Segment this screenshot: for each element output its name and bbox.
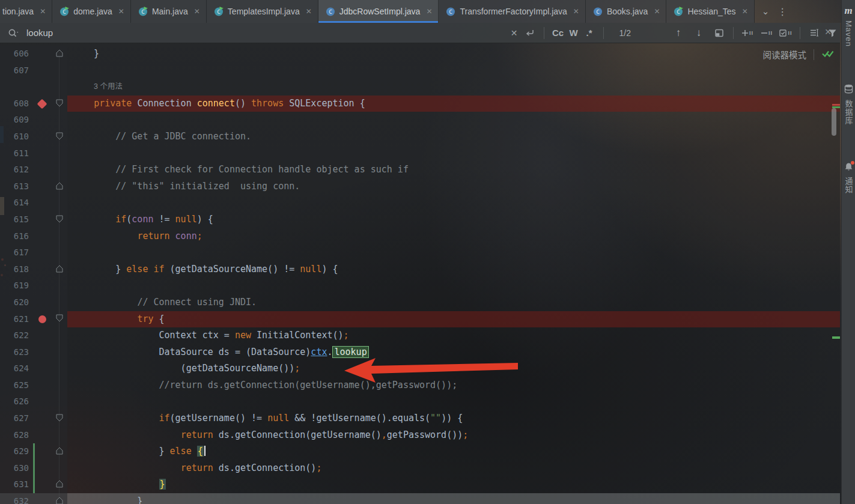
close-tab-icon[interactable]: ✕: [654, 7, 660, 16]
close-tab-icon[interactable]: ✕: [194, 7, 200, 16]
editor-tab-templatesimpl-java[interactable]: C TemplatesImpl.java✕: [207, 0, 318, 23]
match-case-toggle[interactable]: Cc: [550, 26, 566, 40]
breakpoint-gutter[interactable]: [32, 162, 52, 178]
breakpoint-gutter[interactable]: [32, 145, 52, 162]
fold-marker-icon[interactable]: [56, 496, 63, 504]
hidden-tabs-chevron-icon[interactable]: ⌄: [762, 6, 770, 17]
breakpoint-gutter[interactable]: [32, 195, 52, 211]
regex-toggle[interactable]: .*: [582, 26, 597, 40]
fold-marker-icon[interactable]: [56, 99, 63, 109]
breakpoint-gutter[interactable]: [32, 278, 52, 294]
right-tool-window-bar: m Maven 数据库 通知: [841, 0, 855, 504]
fold-marker-icon[interactable]: [56, 314, 63, 324]
code-line: // Get a JDBC connection.: [72, 129, 840, 145]
editor-tab-hessian_tes[interactable]: C Hessian_Tes✕: [666, 0, 754, 23]
code-line: }: [72, 46, 840, 62]
tool-window-button-数据库[interactable]: 数据库: [843, 84, 854, 125]
editor-tab-transformerfactoryimpl-java[interactable]: C TransformerFactoryImpl.java✕: [439, 0, 585, 23]
line-number: 624: [0, 360, 32, 377]
code-row-611: 611: [0, 145, 840, 162]
breakpoint-gutter[interactable]: [32, 96, 52, 112]
fold-marker-icon[interactable]: [56, 446, 63, 457]
vcs-change-marker[interactable]: [33, 460, 35, 477]
usages-inlay-hint[interactable]: 3 个用法: [72, 82, 123, 91]
breakpoint-gutter[interactable]: [32, 344, 52, 361]
vcs-change-marker[interactable]: [33, 443, 35, 460]
fold-marker-icon[interactable]: [56, 49, 63, 59]
line-breakpoint-icon[interactable]: [38, 315, 46, 323]
code-row-610: 610 // Get a JDBC connection.: [0, 129, 840, 145]
close-tab-icon[interactable]: ✕: [573, 7, 579, 16]
tool-window-button-通知[interactable]: 通知: [843, 162, 854, 194]
vcs-change-marker[interactable]: [33, 476, 35, 493]
fold-marker-icon[interactable]: [56, 264, 63, 275]
words-toggle[interactable]: W: [566, 26, 582, 40]
breakpoint-gutter[interactable]: [32, 443, 52, 460]
breakpoint-gutter[interactable]: [32, 427, 52, 444]
breakpoint-gutter[interactable]: [32, 410, 52, 427]
ide-window: tion.java✕ C dome.java✕ C Main.java✕ C T…: [0, 0, 855, 504]
breakpoint-gutter[interactable]: [32, 211, 52, 228]
editor-tab-books-java[interactable]: C Books.java✕: [586, 0, 667, 23]
class-file-icon: C: [326, 7, 335, 16]
tab-options-kebab-icon[interactable]: ⋮: [777, 6, 787, 17]
editor-tab-jdbcrowsetimpl-java[interactable]: C JdbcRowSetImpl.java✕: [318, 0, 439, 23]
close-tab-icon[interactable]: ✕: [306, 7, 312, 16]
method-breakpoint-icon[interactable]: [37, 99, 47, 109]
breakpoint-gutter[interactable]: [32, 294, 52, 311]
clear-search-icon[interactable]: ✕: [507, 26, 522, 40]
error-stripe-mark[interactable]: [832, 104, 840, 106]
line-number: 617: [0, 244, 32, 261]
fold-marker-icon[interactable]: [56, 479, 63, 490]
scrollbar-thumb[interactable]: [832, 108, 836, 136]
ctx-hyperlink[interactable]: ctx: [311, 347, 327, 357]
line-number: 628: [0, 427, 32, 444]
breakpoint-gutter[interactable]: [32, 393, 52, 410]
tab-label: Books.java: [607, 7, 648, 16]
svg-text:C: C: [449, 8, 453, 15]
fold-marker-icon[interactable]: [56, 132, 63, 142]
breakpoint-gutter[interactable]: [32, 377, 52, 394]
breakpoint-gutter[interactable]: [32, 360, 52, 377]
breakpoint-gutter[interactable]: [32, 244, 52, 261]
search-icon[interactable]: [6, 26, 22, 40]
breakpoint-gutter[interactable]: [32, 178, 52, 195]
breakpoint-gutter[interactable]: [32, 62, 52, 79]
editor-tab-tion-java[interactable]: tion.java✕: [0, 0, 52, 23]
fold-marker-icon[interactable]: [56, 181, 63, 192]
tool-window-button-maven[interactable]: m Maven: [844, 5, 853, 47]
fold-marker-icon[interactable]: [56, 214, 63, 225]
close-tab-icon[interactable]: ✕: [426, 7, 432, 16]
breakpoint-gutter[interactable]: [32, 327, 52, 344]
newline-icon[interactable]: [522, 26, 538, 40]
find-in-selection-icon[interactable]: [711, 26, 727, 40]
select-all-occurrences-icon[interactable]: II: [778, 26, 794, 40]
next-occurrence-button[interactable]: ↓: [691, 26, 707, 40]
breakpoint-gutter[interactable]: [32, 261, 52, 278]
reader-mode-widget[interactable]: 阅读器模式: [763, 48, 835, 61]
error-stripe-mark[interactable]: [832, 336, 840, 339]
breakpoint-gutter[interactable]: [32, 112, 52, 129]
editor-tab-main-java[interactable]: C Main.java✕: [131, 0, 207, 23]
search-input[interactable]: lookup: [26, 28, 53, 38]
breakpoint-gutter[interactable]: [32, 46, 52, 62]
breakpoint-gutter[interactable]: [32, 228, 52, 245]
editor-tab-dome-java[interactable]: C dome.java✕: [52, 0, 131, 23]
close-tab-icon[interactable]: ✕: [40, 7, 46, 16]
breakpoint-gutter[interactable]: [32, 129, 52, 145]
close-tab-icon[interactable]: ✕: [118, 7, 124, 16]
search-options-icon[interactable]: [806, 26, 822, 40]
remove-occurrence-icon[interactable]: II: [759, 26, 774, 40]
class-file-icon: C: [593, 7, 603, 16]
breakpoint-gutter[interactable]: [32, 460, 52, 477]
close-tab-icon[interactable]: ✕: [742, 7, 748, 16]
breakpoint-gutter[interactable]: [32, 79, 52, 96]
inspections-ok-check-icon[interactable]: [821, 49, 835, 61]
fold-marker-icon[interactable]: [56, 413, 63, 424]
close-search-icon[interactable]: ✕: [824, 27, 832, 37]
previous-occurrence-button[interactable]: ↑: [671, 26, 686, 40]
add-occurrence-icon[interactable]: II: [740, 26, 755, 40]
breakpoint-gutter[interactable]: [32, 476, 52, 493]
breakpoint-gutter[interactable]: [32, 493, 52, 504]
breakpoint-gutter[interactable]: [32, 311, 52, 328]
